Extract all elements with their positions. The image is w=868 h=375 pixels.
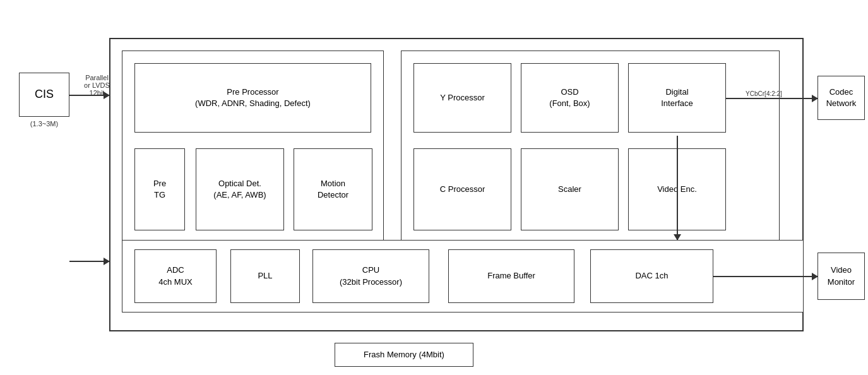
cis-block: CIS bbox=[19, 73, 69, 117]
cis-to-main-arrow bbox=[69, 95, 109, 96]
cpu-block: CPU (32bit Processor) bbox=[312, 249, 429, 303]
scaler-block: Scaler bbox=[521, 148, 619, 230]
digital-interface-block: Digital Interface bbox=[628, 63, 726, 133]
pre-tg-block: Pre TG bbox=[134, 148, 185, 230]
cis-sub-label: (1.3~3M) bbox=[16, 120, 73, 128]
dac-to-monitor-arrow bbox=[713, 276, 817, 277]
dac-block: DAC 1ch bbox=[590, 249, 713, 303]
video-monitor-block: Video Monitor bbox=[817, 253, 865, 300]
adc-input-arrow bbox=[69, 261, 109, 262]
motion-detector-block: Motion Detector bbox=[294, 148, 372, 230]
ycbcr-label: YCbCr[4:2:2] bbox=[729, 90, 799, 97]
di-to-codec-arrow bbox=[726, 98, 817, 99]
flash-memory-block: Frash Memory (4Mbit) bbox=[335, 343, 473, 367]
pre-processor-block: Pre Processor (WDR, ADNR, Shading, Defec… bbox=[134, 63, 371, 133]
y-processor-block: Y Processor bbox=[413, 63, 511, 133]
c-processor-block: C Processor bbox=[413, 148, 511, 230]
digital-to-dac-arrow bbox=[677, 136, 678, 240]
osd-block: OSD (Font, Box) bbox=[521, 63, 619, 133]
frame-buffer-block: Frame Buffer bbox=[448, 249, 574, 303]
codec-network-block: Codec Network bbox=[817, 76, 865, 120]
pll-block: PLL bbox=[230, 249, 300, 303]
adc-mux-block: ADC 4ch MUX bbox=[134, 249, 217, 303]
diagram: CIS (1.3~3M) Parallel or LVDS 12bit Pre … bbox=[0, 0, 868, 375]
optical-det-block: Optical Det. (AE, AF, AWB) bbox=[196, 148, 284, 230]
